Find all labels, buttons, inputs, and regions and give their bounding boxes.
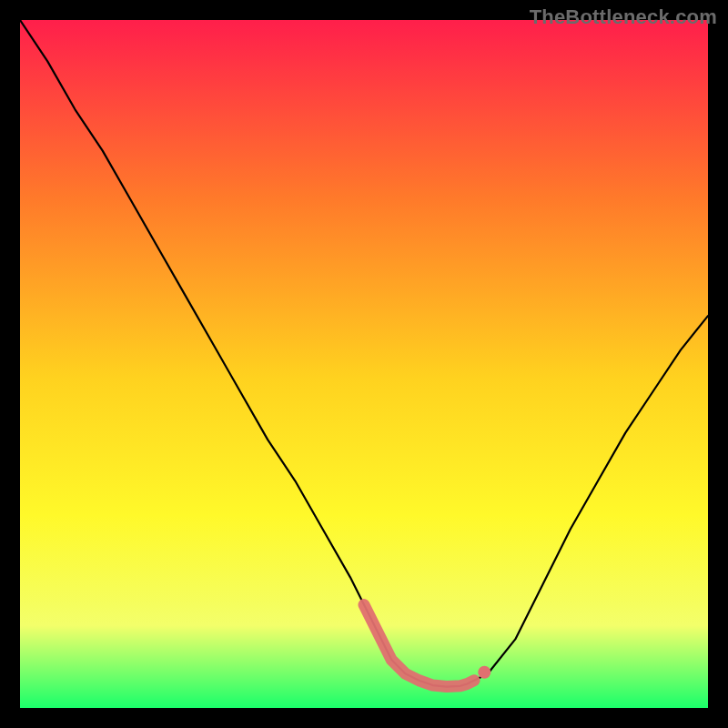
chart-frame: TheBottleneck.com — [0, 0, 728, 728]
plot-area — [20, 20, 708, 708]
highlight-dot — [478, 666, 490, 679]
watermark-text: TheBottleneck.com — [530, 5, 717, 29]
plot-svg — [20, 20, 708, 708]
